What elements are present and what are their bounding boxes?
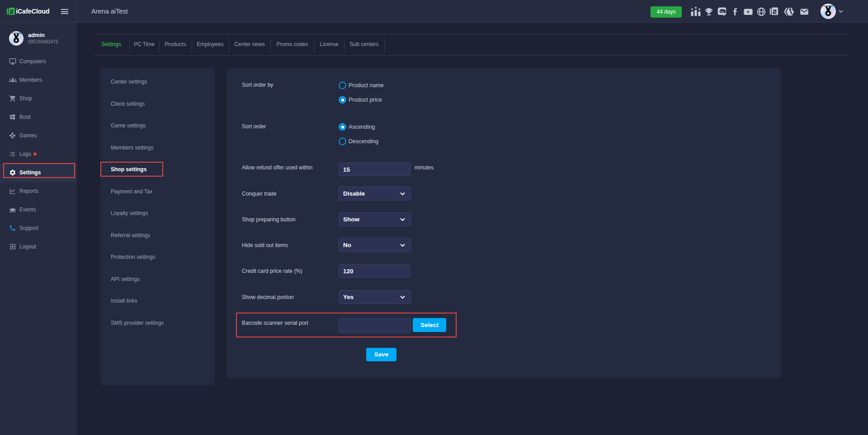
svg-text:PLATINUM: PLATINUM <box>824 5 833 7</box>
svg-text:PLATINUM: PLATINUM <box>12 33 20 34</box>
